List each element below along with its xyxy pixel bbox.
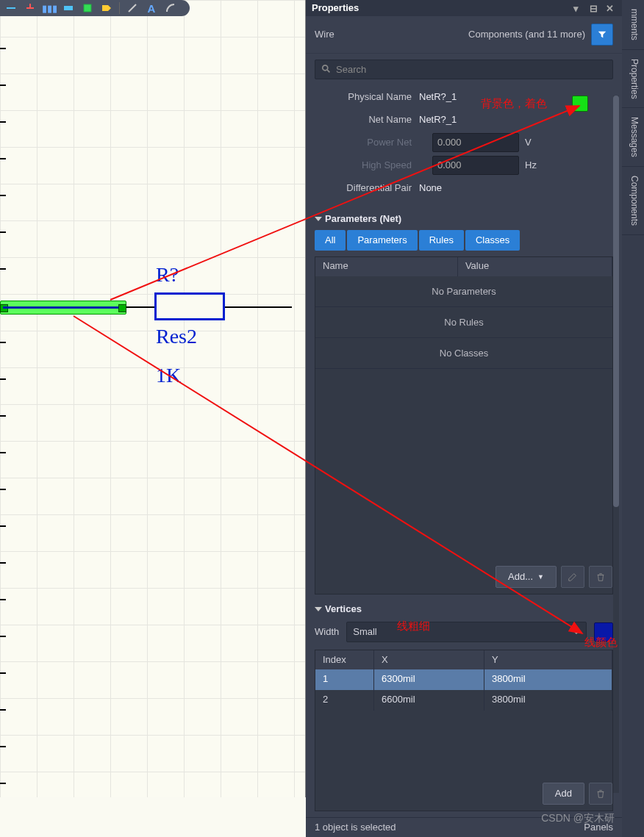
- diff-pair-label: Differential Pair: [316, 182, 419, 193]
- svg-line-6: [129, 4, 136, 12]
- comment-text[interactable]: Res2: [156, 325, 197, 348]
- filter-classes-button[interactable]: Classes: [465, 230, 520, 251]
- panel-title: Properties: [312, 2, 359, 13]
- vertices-table: IndexXY 16300mil3800mil 26600mil3800mil …: [315, 650, 613, 811]
- wire-tool-icon[interactable]: [4, 1, 18, 15]
- bus-tool-icon[interactable]: ▮▮▮: [43, 1, 56, 15]
- parameters-table: NameValue No Parameters No Rules No Clas…: [315, 256, 613, 594]
- power-net-label: Power Net: [316, 137, 419, 148]
- col-y[interactable]: Y: [484, 650, 612, 669]
- col-index[interactable]: Index: [315, 650, 374, 669]
- watermark: CSDN @安木研: [541, 812, 615, 825]
- line-color-swatch[interactable]: [594, 622, 613, 642]
- search-icon: [321, 64, 332, 74]
- filter-label: Components (and 11 more): [468, 29, 585, 40]
- schematic-canvas[interactable]: R? Res2 1K: [0, 0, 306, 797]
- text-tool-icon[interactable]: A: [145, 1, 158, 15]
- place-toolbar: ▮▮▮ A: [0, 0, 190, 16]
- no-parameters-msg: No Parameters: [315, 276, 612, 307]
- svg-rect-4: [84, 4, 91, 12]
- side-tabs: mments Properties Messages Components: [622, 0, 644, 837]
- tab-components[interactable]: Components: [622, 167, 644, 235]
- vertex-row[interactable]: 26600mil3800mil: [315, 690, 612, 711]
- power-net-input[interactable]: [432, 133, 519, 152]
- selected-wire[interactable]: [0, 301, 126, 315]
- vertex-row[interactable]: 16300mil3800mil: [315, 669, 612, 690]
- background-color-swatch[interactable]: [572, 96, 588, 112]
- no-rules-msg: No Rules: [315, 307, 612, 338]
- close-icon[interactable]: ✕: [606, 3, 616, 13]
- high-speed-label: High Speed: [316, 159, 419, 170]
- col-value[interactable]: Value: [458, 257, 612, 276]
- panel-header: Properties ▾ ⊟ ✕: [306, 0, 622, 16]
- netlabel-tool-icon[interactable]: [62, 1, 75, 15]
- selection-status: 1 object is selected: [315, 822, 396, 833]
- tab-messages[interactable]: Messages: [622, 108, 644, 167]
- search-input[interactable]: Search: [315, 60, 613, 79]
- vertices-section-header[interactable]: Vertices: [306, 597, 622, 617]
- value-text[interactable]: 1K: [156, 364, 181, 387]
- panel-scrollbar[interactable]: [613, 96, 619, 793]
- net-name-value: NetR?_1: [419, 114, 457, 125]
- filter-rules-button[interactable]: Rules: [419, 230, 464, 251]
- edit-parameter-button[interactable]: [561, 566, 584, 588]
- physical-name-label: Physical Name: [316, 91, 419, 102]
- col-name[interactable]: Name: [315, 257, 458, 276]
- object-type-label: Wire: [315, 29, 334, 40]
- col-x[interactable]: X: [374, 650, 484, 669]
- svg-rect-3: [64, 6, 73, 10]
- width-label: Width: [315, 626, 339, 637]
- line-tool-icon[interactable]: [126, 1, 139, 15]
- dropdown-icon[interactable]: ▾: [573, 3, 584, 13]
- no-classes-msg: No Classes: [315, 338, 612, 369]
- tab-comments[interactable]: mments: [622, 0, 644, 50]
- filter-all-button[interactable]: All: [315, 230, 346, 251]
- designator-text[interactable]: R?: [156, 263, 179, 287]
- pin-icon[interactable]: ⊟: [590, 3, 600, 13]
- net-name-label: Net Name: [316, 114, 419, 125]
- delete-vertex-button[interactable]: [589, 783, 612, 805]
- delete-parameter-button[interactable]: [589, 566, 612, 588]
- diff-pair-value: None: [419, 182, 442, 193]
- arc-tool-icon[interactable]: [164, 1, 177, 15]
- svg-line-8: [327, 70, 330, 73]
- port-tool-icon[interactable]: [100, 1, 113, 15]
- gnd-tool-icon[interactable]: [24, 1, 37, 15]
- filter-button[interactable]: [591, 24, 613, 46]
- power-net-unit: V: [525, 137, 532, 148]
- resistor-body[interactable]: [154, 292, 225, 320]
- svg-point-7: [323, 65, 328, 71]
- parameters-section-header[interactable]: Parameters (Net): [306, 207, 622, 227]
- physical-name-value: NetR?_1: [419, 91, 457, 102]
- svg-marker-5: [102, 5, 111, 11]
- add-vertex-button[interactable]: Add: [543, 783, 584, 805]
- tab-properties[interactable]: Properties: [622, 50, 644, 109]
- add-parameter-button[interactable]: Add...▼: [495, 566, 557, 588]
- filter-parameters-button[interactable]: Parameters: [347, 230, 417, 251]
- high-speed-input[interactable]: [432, 156, 519, 175]
- properties-panel: Properties ▾ ⊟ ✕ Wire Components (and 11…: [306, 0, 622, 837]
- part-tool-icon[interactable]: [81, 1, 94, 15]
- high-speed-unit: Hz: [525, 159, 537, 170]
- width-select[interactable]: Small: [346, 622, 587, 642]
